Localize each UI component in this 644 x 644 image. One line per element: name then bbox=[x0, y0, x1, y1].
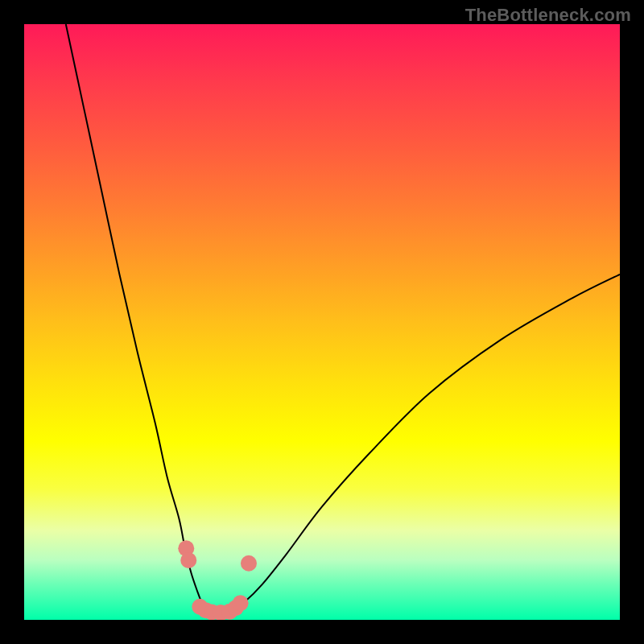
bottleneck-curve bbox=[24, 24, 620, 620]
attribution-text: TheBottleneck.com bbox=[465, 5, 631, 26]
chart-frame: TheBottleneck.com bbox=[0, 0, 644, 644]
data-marker bbox=[233, 595, 249, 611]
data-marker bbox=[241, 555, 257, 572]
curve-path bbox=[66, 24, 620, 613]
plot-area bbox=[24, 24, 620, 620]
data-marker bbox=[180, 552, 196, 568]
